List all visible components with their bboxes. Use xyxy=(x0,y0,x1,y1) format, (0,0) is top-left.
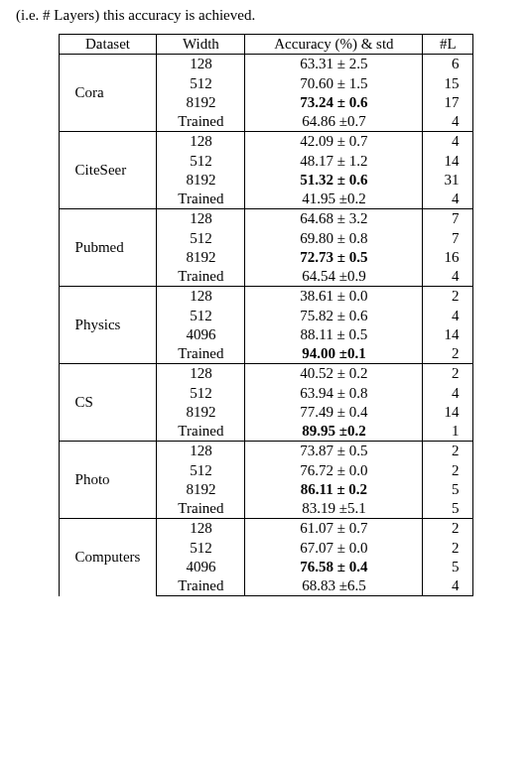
width-value: 8192 xyxy=(157,93,245,112)
layers-value: 15 xyxy=(423,74,473,93)
width-value: 128 xyxy=(157,132,245,152)
layers-value: 2 xyxy=(423,287,473,307)
width-value: 512 xyxy=(157,461,245,480)
width-value: Trained xyxy=(157,190,245,209)
layers-value: 4 xyxy=(423,112,473,132)
layers-value: 7 xyxy=(423,229,473,248)
table-row: Photo12873.87 ± 0.52 xyxy=(59,442,473,461)
layers-value: 2 xyxy=(423,519,473,539)
layers-value: 4 xyxy=(423,307,473,325)
layers-value: 14 xyxy=(423,325,473,344)
width-value: 8192 xyxy=(157,480,245,499)
width-value: 8192 xyxy=(157,248,245,267)
table-row: Physics12838.61 ± 0.02 xyxy=(59,287,473,307)
width-value: 512 xyxy=(157,74,245,93)
col-accuracy: Accuracy (%) & std xyxy=(245,35,423,55)
col-width: Width xyxy=(157,35,245,55)
dataset-name: Physics xyxy=(59,287,157,364)
layers-value: 5 xyxy=(423,480,473,499)
width-value: 512 xyxy=(157,152,245,171)
results-table: Dataset Width Accuracy (%) & std #L Cora… xyxy=(59,34,474,596)
accuracy-value: 41.95 ±0.2 xyxy=(245,190,423,209)
table-row: CiteSeer12842.09 ± 0.74 xyxy=(59,132,473,152)
accuracy-value: 76.58 ± 0.4 xyxy=(245,558,423,576)
dataset-name: CS xyxy=(59,364,157,442)
layers-value: 4 xyxy=(423,384,473,403)
dataset-name: Cora xyxy=(59,55,157,132)
accuracy-value: 48.17 ± 1.2 xyxy=(245,152,423,171)
accuracy-value: 77.49 ± 0.4 xyxy=(245,403,423,422)
width-value: 128 xyxy=(157,364,245,384)
accuracy-value: 61.07 ± 0.7 xyxy=(245,519,423,539)
width-value: 4096 xyxy=(157,325,245,344)
width-value: Trained xyxy=(157,499,245,519)
width-value: 128 xyxy=(157,287,245,307)
layers-value: 2 xyxy=(423,539,473,558)
width-value: 128 xyxy=(157,519,245,539)
width-value: 4096 xyxy=(157,558,245,576)
width-value: 512 xyxy=(157,384,245,403)
layers-value: 16 xyxy=(423,248,473,267)
width-value: 128 xyxy=(157,55,245,74)
layers-value: 2 xyxy=(423,364,473,384)
table-row: CS12840.52 ± 0.22 xyxy=(59,364,473,384)
width-value: Trained xyxy=(157,576,245,596)
layers-value: 31 xyxy=(423,171,473,190)
layers-value: 2 xyxy=(423,442,473,461)
layers-value: 7 xyxy=(423,209,473,229)
accuracy-value: 94.00 ±0.1 xyxy=(245,344,423,364)
width-value: Trained xyxy=(157,267,245,287)
accuracy-value: 88.11 ± 0.5 xyxy=(245,325,423,344)
accuracy-value: 86.11 ± 0.2 xyxy=(245,480,423,499)
accuracy-value: 89.95 ±0.2 xyxy=(245,422,423,442)
layers-value: 4 xyxy=(423,132,473,152)
accuracy-value: 64.86 ±0.7 xyxy=(245,112,423,132)
width-value: Trained xyxy=(157,422,245,442)
accuracy-value: 73.87 ± 0.5 xyxy=(245,442,423,461)
layers-value: 2 xyxy=(423,461,473,480)
width-value: Trained xyxy=(157,344,245,364)
accuracy-value: 69.80 ± 0.8 xyxy=(245,229,423,248)
accuracy-value: 73.24 ± 0.6 xyxy=(245,93,423,112)
dataset-name: Photo xyxy=(59,442,157,519)
layers-value: 1 xyxy=(423,422,473,442)
accuracy-value: 67.07 ± 0.0 xyxy=(245,539,423,558)
accuracy-value: 72.73 ± 0.5 xyxy=(245,248,423,267)
accuracy-value: 64.54 ±0.9 xyxy=(245,267,423,287)
layers-value: 17 xyxy=(423,93,473,112)
width-value: 8192 xyxy=(157,171,245,190)
width-value: 128 xyxy=(157,209,245,229)
accuracy-value: 40.52 ± 0.2 xyxy=(245,364,423,384)
table-row: Computers12861.07 ± 0.72 xyxy=(59,519,473,539)
width-value: 128 xyxy=(157,442,245,461)
dataset-name: Pubmed xyxy=(59,209,157,287)
accuracy-value: 51.32 ± 0.6 xyxy=(245,171,423,190)
layers-value: 4 xyxy=(423,267,473,287)
accuracy-value: 38.61 ± 0.0 xyxy=(245,287,423,307)
width-value: 512 xyxy=(157,229,245,248)
accuracy-value: 42.09 ± 0.7 xyxy=(245,132,423,152)
width-value: Trained xyxy=(157,112,245,132)
accuracy-value: 63.31 ± 2.5 xyxy=(245,55,423,74)
width-value: 8192 xyxy=(157,403,245,422)
accuracy-value: 63.94 ± 0.8 xyxy=(245,384,423,403)
layers-value: 14 xyxy=(423,152,473,171)
accuracy-value: 64.68 ± 3.2 xyxy=(245,209,423,229)
layers-value: 5 xyxy=(423,499,473,519)
dataset-name: CiteSeer xyxy=(59,132,157,209)
table-header-row: Dataset Width Accuracy (%) & std #L xyxy=(59,35,473,55)
col-layers: #L xyxy=(423,35,473,55)
accuracy-value: 75.82 ± 0.6 xyxy=(245,307,423,325)
accuracy-value: 70.60 ± 1.5 xyxy=(245,74,423,93)
dataset-name: Computers xyxy=(59,519,157,596)
table-row: Cora12863.31 ± 2.56 xyxy=(59,55,473,74)
accuracy-value: 83.19 ±5.1 xyxy=(245,499,423,519)
caption-fragment: (i.e. # Layers) this accuracy is achieve… xyxy=(16,6,518,24)
width-value: 512 xyxy=(157,539,245,558)
layers-value: 5 xyxy=(423,558,473,576)
layers-value: 6 xyxy=(423,55,473,74)
accuracy-value: 76.72 ± 0.0 xyxy=(245,461,423,480)
layers-value: 14 xyxy=(423,403,473,422)
col-dataset: Dataset xyxy=(59,35,157,55)
width-value: 512 xyxy=(157,307,245,325)
